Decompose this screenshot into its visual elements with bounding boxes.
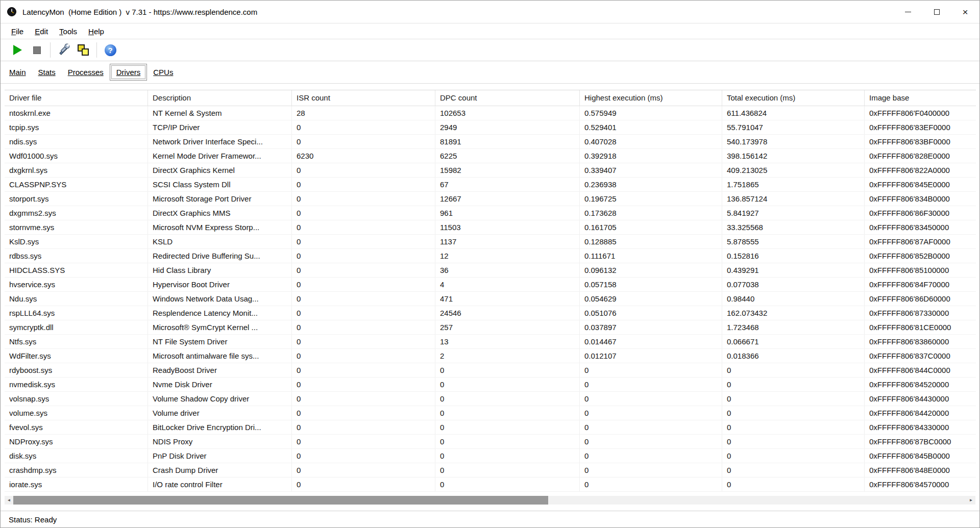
table-row[interactable]: WdFilter.sysMicrosoft antimalware file s… xyxy=(5,349,976,363)
cell-highest-execution-ms: 0 xyxy=(580,392,722,406)
table-row[interactable]: stornvme.sysMicrosoft NVM Express Storp.… xyxy=(5,220,976,235)
cell-total-execution-ms: 0 xyxy=(722,363,865,377)
table-row[interactable]: ndis.sysNetwork Driver Interface Speci..… xyxy=(5,135,976,149)
table-row[interactable]: rdbss.sysRedirected Drive Buffering Su..… xyxy=(5,249,976,263)
scroll-right-arrow-icon[interactable]: ► xyxy=(967,496,975,505)
cell-dpc-count: 0 xyxy=(435,363,580,377)
table-header: Driver file Description ISR count DPC co… xyxy=(5,90,976,106)
cell-image-base: 0xFFFFF806'81CE0000 xyxy=(865,320,976,334)
table-row[interactable]: NDProxy.sysNDIS Proxy00000xFFFFF806'87BC… xyxy=(5,435,976,449)
cell-total-execution-ms: 398.156142 xyxy=(722,149,865,163)
cell-driver-file: volsnap.sys xyxy=(5,392,148,406)
table-row[interactable]: ntoskrnl.exeNT Kernel & System281026530.… xyxy=(5,106,976,120)
cell-total-execution-ms: 5.878555 xyxy=(722,235,865,248)
cell-description: Windows Network Data Usag... xyxy=(148,292,292,306)
cell-description: Nvme Disk Driver xyxy=(148,378,292,391)
table-row[interactable]: hvservice.sysHypervisor Boot Driver040.0… xyxy=(5,278,976,292)
column-header-driver-file[interactable]: Driver file xyxy=(5,90,148,106)
table-row[interactable]: nvmedisk.sysNvme Disk Driver00000xFFFFF8… xyxy=(5,378,976,392)
h-scrollbar[interactable]: ◄ ► xyxy=(5,496,975,505)
table-row[interactable]: crashdmp.sysCrash Dump Driver00000xFFFFF… xyxy=(5,463,976,477)
cell-highest-execution-ms: 0.128885 xyxy=(580,235,722,248)
cell-image-base: 0xFFFFF806'84520000 xyxy=(865,378,976,391)
table-row[interactable]: volume.sysVolume driver00000xFFFFF806'84… xyxy=(5,406,976,420)
column-header-image-base[interactable]: Image base xyxy=(865,90,976,106)
table-row[interactable]: dxgkrnl.sysDirectX Graphics Kernel015982… xyxy=(5,163,976,178)
table-row[interactable]: symcryptk.dllMicrosoft® SymCrypt Kernel … xyxy=(5,320,976,335)
table-row[interactable]: iorate.sysI/O rate control Filter00000xF… xyxy=(5,477,976,492)
table-row[interactable]: rdyboost.sysReadyBoost Driver00000xFFFFF… xyxy=(5,363,976,378)
menu-help[interactable]: Help xyxy=(83,26,110,37)
cell-image-base: 0xFFFFF806'84430000 xyxy=(865,392,976,406)
cell-isr-count: 0 xyxy=(292,306,435,320)
menu-edit[interactable]: Edit xyxy=(29,26,54,37)
cell-isr-count: 0 xyxy=(292,378,435,391)
cell-total-execution-ms: 162.073432 xyxy=(722,306,865,320)
column-header-total-execution[interactable]: Total execution (ms) xyxy=(722,90,865,106)
cell-dpc-count: 0 xyxy=(435,420,580,434)
cell-total-execution-ms: 0.066671 xyxy=(722,335,865,348)
cell-dpc-count: 0 xyxy=(435,435,580,448)
cell-dpc-count: 12667 xyxy=(435,192,580,206)
help-button[interactable]: ? xyxy=(101,41,120,59)
cell-isr-count: 0 xyxy=(292,463,435,477)
column-header-description[interactable]: Description xyxy=(148,90,292,106)
start-monitor-button[interactable] xyxy=(8,41,27,59)
table-row[interactable]: Ntfs.sysNT File System Driver0130.014467… xyxy=(5,335,976,349)
scrollbar-thumb[interactable] xyxy=(13,496,548,505)
tab-processes[interactable]: Processes xyxy=(62,64,110,80)
cell-dpc-count: 24546 xyxy=(435,306,580,320)
cell-total-execution-ms: 0 xyxy=(722,420,865,434)
menu-file[interactable]: File xyxy=(6,26,29,37)
table-row[interactable]: fvevol.sysBitLocker Drive Encryption Dri… xyxy=(5,420,976,435)
cell-dpc-count: 0 xyxy=(435,406,580,420)
tab-stats[interactable]: Stats xyxy=(32,64,62,80)
table-row[interactable]: tcpip.sysTCP/IP Driver029490.52940155.79… xyxy=(5,120,976,135)
stop-monitor-button[interactable] xyxy=(27,41,46,59)
cell-image-base: 0xFFFFF806'852B0000 xyxy=(865,249,976,263)
table-row[interactable]: Wdf01000.sysKernel Mode Driver Framewor.… xyxy=(5,149,976,163)
cell-highest-execution-ms: 0.392918 xyxy=(580,149,722,163)
close-icon: × xyxy=(962,7,968,17)
cell-driver-file: rdyboost.sys xyxy=(5,363,148,377)
table-row[interactable]: disk.sysPnP Disk Driver00000xFFFFF806'84… xyxy=(5,449,976,463)
cell-dpc-count: 0 xyxy=(435,477,580,491)
cell-highest-execution-ms: 0.161705 xyxy=(580,220,722,234)
table-row[interactable]: CLASSPNP.SYSSCSI Class System Dll0670.23… xyxy=(5,178,976,192)
cell-dpc-count: 12 xyxy=(435,249,580,263)
cell-description: PnP Disk Driver xyxy=(148,449,292,463)
cell-driver-file: Ntfs.sys xyxy=(5,335,148,348)
cell-image-base: 0xFFFFF806'87330000 xyxy=(865,306,976,320)
cell-isr-count: 0 xyxy=(292,220,435,234)
tab-cpus[interactable]: CPUs xyxy=(147,64,179,80)
report-button[interactable] xyxy=(74,41,93,59)
column-header-isr-count[interactable]: ISR count xyxy=(292,90,435,106)
cell-total-execution-ms: 0 xyxy=(722,406,865,420)
cell-total-execution-ms: 0 xyxy=(722,378,865,391)
menu-tools[interactable]: Tools xyxy=(54,26,83,37)
table-row[interactable]: KslD.sysKSLD011370.1288855.8785550xFFFFF… xyxy=(5,235,976,249)
close-button[interactable]: × xyxy=(951,1,979,23)
column-header-dpc-count[interactable]: DPC count xyxy=(435,90,580,106)
maximize-button[interactable] xyxy=(922,1,951,23)
cell-description: Volume driver xyxy=(148,406,292,420)
tab-main[interactable]: Main xyxy=(3,64,32,80)
cell-highest-execution-ms: 0.014467 xyxy=(580,335,722,348)
cell-isr-count: 0 xyxy=(292,278,435,291)
scroll-left-arrow-icon[interactable]: ◄ xyxy=(5,496,13,505)
cell-dpc-count: 67 xyxy=(435,178,580,191)
tab-drivers[interactable]: Drivers xyxy=(110,64,148,81)
table-row[interactable]: Ndu.sysWindows Network Data Usag...04710… xyxy=(5,292,976,306)
column-header-highest-execution[interactable]: Highest execution (ms) xyxy=(580,90,722,106)
scrollbar-track[interactable] xyxy=(13,496,967,505)
cell-description: NT Kernel & System xyxy=(148,106,292,120)
table-row[interactable]: volsnap.sysVolume Shadow Copy driver0000… xyxy=(5,392,976,406)
minimize-button[interactable] xyxy=(894,1,922,23)
table-row[interactable]: dxgmms2.sysDirectX Graphics MMS09610.173… xyxy=(5,206,976,220)
table-row[interactable]: HIDCLASS.SYSHid Class Library0360.096132… xyxy=(5,263,976,278)
cell-isr-count: 0 xyxy=(292,420,435,434)
table-row[interactable]: storport.sysMicrosoft Storage Port Drive… xyxy=(5,192,976,206)
cell-dpc-count: 961 xyxy=(435,206,580,220)
tools-button[interactable] xyxy=(54,41,74,59)
table-row[interactable]: rspLLL64.sysResplendence Latency Monit..… xyxy=(5,306,976,320)
